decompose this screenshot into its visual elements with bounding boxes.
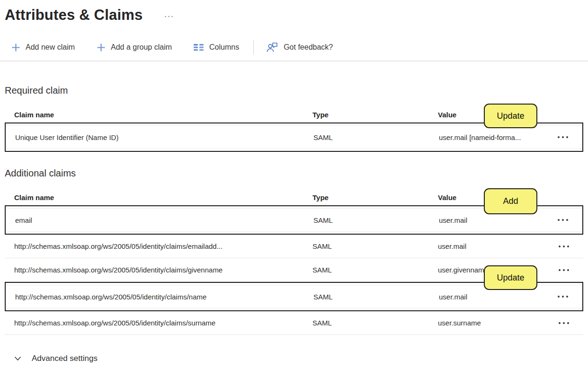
annotation-update-name: Update [484, 265, 537, 290]
row-more-ellipsis-icon[interactable] [557, 294, 569, 299]
row-more-ellipsis-icon[interactable] [558, 320, 570, 326]
column-header-type[interactable]: Type [312, 193, 438, 202]
toolbar-separator [0, 61, 588, 61]
claim-type-cell: SAML [312, 319, 438, 327]
annotation-update-required: Update [484, 104, 537, 128]
chevron-down-icon [14, 356, 21, 361]
page-header: Attributes & Claims ··· [0, 7, 588, 24]
plus-icon [11, 43, 20, 52]
claim-type-cell: SAML [313, 133, 439, 141]
table-row-surname[interactable]: http://schemas.xmlsoap.org/ws/2005/05/id… [5, 311, 583, 335]
claim-name-cell[interactable]: email [6, 216, 313, 224]
claim-name-cell[interactable]: http://schemas.xmlsoap.org/ws/2005/05/id… [5, 242, 312, 250]
add-new-claim-button[interactable]: Add new claim [11, 43, 75, 52]
toolbar-divider [253, 40, 254, 54]
advanced-settings-label: Advanced settings [32, 354, 98, 363]
table-row-emailaddress[interactable]: http://schemas.xmlsoap.org/ws/2005/05/id… [5, 235, 583, 258]
plus-icon [97, 43, 106, 52]
annotation-label: Update [497, 111, 524, 121]
claim-name-cell[interactable]: http://schemas.xmlsoap.org/ws/2005/05/id… [6, 293, 313, 301]
column-header-claim-name[interactable]: Claim name [5, 111, 312, 119]
claim-name-cell[interactable]: http://schemas.xmlsoap.org/ws/2005/05/id… [5, 266, 312, 274]
additional-claims-heading: Additional claims [0, 168, 588, 179]
row-more-ellipsis-icon[interactable] [557, 134, 569, 140]
attributes-claims-page: Attributes & Claims ··· Add new claim Ad… [0, 0, 588, 386]
column-header-claim-name[interactable]: Claim name [5, 193, 312, 202]
claim-type-cell: SAML [312, 266, 438, 274]
add-group-claim-button[interactable]: Add a group claim [97, 43, 172, 52]
additional-claims-table: Add Update Claim name Type Value email S… [5, 189, 583, 335]
required-claim-table: Update Claim name Type Value Unique User… [5, 106, 583, 152]
got-feedback-label: Got feedback? [284, 43, 333, 52]
annotation-add-email: Add [484, 188, 537, 214]
feedback-person-icon [266, 42, 278, 53]
annotation-label: Add [503, 196, 518, 206]
columns-button[interactable]: Columns [194, 43, 239, 52]
claim-value-cell: user.mail [nameid-forma... [439, 133, 555, 141]
claim-value-cell: user.mail [439, 293, 555, 301]
page-more-ellipsis-icon[interactable]: ··· [164, 12, 174, 20]
claim-type-cell: SAML [312, 242, 438, 250]
table-row-unique-user-identifier[interactable]: Unique User Identifier (Name ID) SAML us… [6, 125, 582, 149]
add-group-claim-label: Add a group claim [111, 43, 172, 52]
claim-name-cell[interactable]: Unique User Identifier (Name ID) [6, 133, 313, 141]
command-bar: Add new claim Add a group claim Columns [11, 40, 588, 55]
columns-label: Columns [209, 43, 239, 52]
required-claim-heading: Required claim [0, 85, 588, 96]
add-new-claim-label: Add new claim [26, 43, 75, 52]
claim-type-cell: SAML [313, 293, 439, 301]
row-more-ellipsis-icon[interactable] [557, 217, 569, 223]
claim-value-cell: user.surname [438, 319, 554, 327]
columns-icon [194, 44, 204, 51]
row-more-ellipsis-icon[interactable] [558, 267, 570, 273]
got-feedback-button[interactable]: Got feedback? [266, 42, 333, 53]
claim-type-cell: SAML [313, 216, 439, 224]
claim-name-cell[interactable]: http://schemas.xmlsoap.org/ws/2005/05/id… [5, 319, 312, 327]
page-title: Attributes & Claims [5, 7, 143, 24]
advanced-settings-expander[interactable]: Advanced settings [14, 354, 588, 363]
row-more-ellipsis-icon[interactable] [558, 244, 570, 249]
annotation-label: Update [497, 273, 524, 283]
column-header-type[interactable]: Type [312, 111, 438, 119]
claim-value-cell: user.mail [438, 242, 554, 250]
claim-value-cell: user.mail [439, 216, 555, 224]
